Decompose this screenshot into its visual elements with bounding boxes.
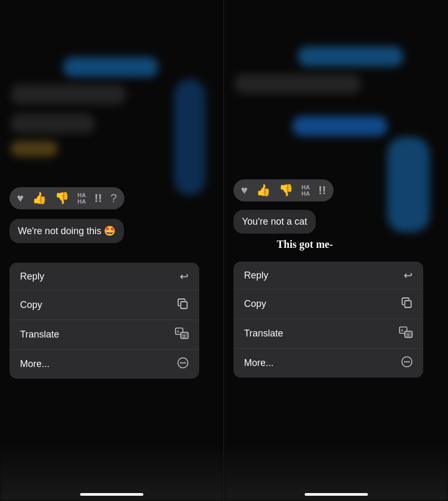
reply-icon: ↩ — [180, 270, 189, 283]
bg-bubble — [298, 46, 403, 66]
copy-label-right: Copy — [244, 298, 266, 310]
menu-item-reply[interactable]: Reply ↩ — [9, 263, 199, 291]
bottom-strip — [0, 443, 223, 501]
context-menu: Reply ↩ Copy Translate A 文 — [9, 263, 199, 379]
bottom-strip-right — [224, 443, 448, 501]
exclaim-icon-right[interactable]: !! — [318, 184, 326, 197]
thumbsdown-icon[interactable]: 👎 — [55, 191, 69, 205]
question-icon[interactable]: ? — [111, 191, 117, 205]
svg-point-16 — [406, 361, 408, 363]
thumbsdown-icon-right[interactable]: 👎 — [279, 184, 293, 197]
message-bubble-right: You're not a cat — [233, 210, 316, 234]
more-label-right: More... — [244, 358, 274, 369]
heart-icon[interactable]: ♥ — [17, 191, 24, 205]
menu-item-translate[interactable]: Translate A 文 — [9, 320, 199, 350]
translate-label-right: Translate — [244, 328, 283, 339]
message-text: We're not doing this 🤩 — [18, 226, 115, 236]
bg-bubble — [11, 141, 58, 157]
handwriting-text: This got me- — [277, 238, 333, 250]
menu-item-translate-right[interactable]: Translate A 文 — [233, 319, 423, 349]
svg-text:A: A — [401, 328, 404, 333]
thumbsup-icon[interactable]: 👍 — [32, 191, 46, 205]
more-icon — [177, 357, 189, 371]
home-indicator-right — [305, 493, 368, 496]
reply-label: Reply — [20, 271, 44, 282]
bg-bubble — [387, 137, 430, 232]
handwriting-overlay: This got me- — [277, 238, 333, 250]
heart-icon-right[interactable]: ♥ — [241, 184, 248, 197]
thumbsup-icon-right[interactable]: 👍 — [256, 184, 270, 197]
bg-bubble — [63, 57, 158, 77]
bg-bubble — [174, 79, 206, 195]
svg-text:A: A — [177, 329, 180, 334]
bg-bubble — [11, 84, 126, 104]
context-menu-right: Reply ↩ Copy Translate A 文 — [233, 262, 423, 378]
home-indicator — [80, 493, 143, 496]
svg-text:文: 文 — [406, 333, 410, 337]
haha-icon-right[interactable]: HAHA — [301, 184, 310, 197]
svg-point-8 — [184, 362, 186, 364]
more-label: More... — [20, 359, 50, 370]
left-panel: ♥ 👍 👎 HAHA !! ? We're not doing this 🤩 R… — [0, 0, 224, 501]
more-icon-right — [401, 356, 413, 370]
svg-point-15 — [404, 361, 406, 363]
reply-icon-right: ↩ — [404, 269, 413, 282]
copy-icon-right — [401, 297, 413, 311]
menu-item-more[interactable]: More... — [9, 350, 199, 379]
reaction-bar-right[interactable]: ♥ 👍 👎 HAHA !! — [233, 179, 334, 201]
translate-label: Translate — [20, 329, 59, 340]
menu-item-copy-right[interactable]: Copy — [233, 290, 423, 319]
menu-item-reply-right[interactable]: Reply ↩ — [233, 262, 423, 290]
svg-text:文: 文 — [182, 334, 186, 338]
reaction-bar[interactable]: ♥ 👍 👎 HAHA !! ? — [9, 187, 124, 209]
menu-item-more-right[interactable]: More... — [233, 349, 423, 378]
exclaim-icon[interactable]: !! — [94, 191, 102, 205]
menu-item-copy[interactable]: Copy — [9, 291, 199, 320]
svg-rect-9 — [405, 301, 411, 307]
bg-bubble — [293, 116, 387, 136]
svg-point-7 — [182, 362, 184, 364]
svg-point-6 — [180, 362, 182, 364]
haha-icon[interactable]: HAHA — [77, 192, 86, 205]
svg-rect-0 — [181, 302, 187, 309]
svg-point-17 — [408, 361, 410, 363]
message-bubble: We're not doing this 🤩 — [9, 219, 124, 243]
copy-icon — [177, 298, 189, 312]
right-panel: ♥ 👍 👎 HAHA !! You're not a cat This got … — [224, 0, 448, 501]
copy-label: Copy — [20, 300, 42, 311]
reply-label-right: Reply — [244, 270, 268, 281]
bg-bubble — [11, 113, 95, 133]
translate-icon: A 文 — [175, 327, 189, 342]
message-text-right: You're not a cat — [242, 216, 307, 227]
bg-bubble — [235, 74, 361, 94]
translate-icon-right: A 文 — [399, 326, 413, 341]
